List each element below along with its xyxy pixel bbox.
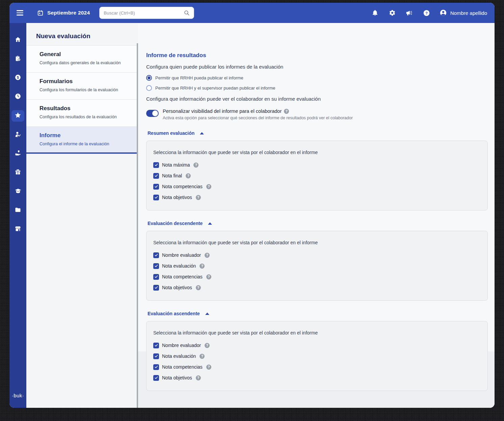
help-icon[interactable]: ? bbox=[205, 253, 210, 258]
chevron-up-icon[interactable] bbox=[205, 313, 209, 315]
gear-icon[interactable] bbox=[389, 9, 396, 17]
chevron-up-icon[interactable] bbox=[208, 222, 212, 225]
help-icon[interactable]: ? bbox=[200, 264, 205, 269]
step-description: Configura los resultados de la evaluació… bbox=[39, 115, 131, 119]
rail-item-payroll[interactable]: $ bbox=[11, 72, 24, 84]
rail-item-selection[interactable] bbox=[11, 129, 24, 141]
rail-item-time[interactable] bbox=[11, 91, 24, 103]
rail-item-talent[interactable] bbox=[11, 110, 24, 122]
help-icon[interactable]: ? bbox=[206, 184, 211, 189]
hand-heart-icon bbox=[15, 150, 21, 158]
rail-item-training[interactable] bbox=[11, 186, 24, 197]
calendar-icon bbox=[36, 9, 44, 17]
wizard-step-formularios[interactable]: FormulariosConfigura los formularios de … bbox=[26, 73, 137, 100]
help-icon[interactable]: ? bbox=[196, 195, 201, 200]
checkbox-row[interactable]: Nota final? bbox=[153, 170, 481, 181]
checkbox-checked-icon[interactable] bbox=[153, 285, 159, 291]
checkbox-label: Nota final bbox=[162, 173, 182, 178]
checkbox-row[interactable]: Nombre evaluador? bbox=[153, 250, 481, 261]
checkbox-row[interactable]: Nota evaluación? bbox=[153, 351, 481, 362]
help-icon[interactable]: ? bbox=[196, 375, 201, 380]
checkbox-row[interactable]: Nota evaluación? bbox=[153, 261, 481, 271]
publish-radio-option[interactable]: Permitir que RRHH y el supervisor puedan… bbox=[146, 85, 488, 91]
checkbox-row[interactable]: Nota competencias? bbox=[153, 362, 481, 372]
main-panel: Informe de resultados Configura quien pu… bbox=[138, 23, 495, 408]
megaphone-icon[interactable] bbox=[406, 9, 413, 17]
checkbox-row[interactable]: Nota objetivos? bbox=[153, 372, 481, 383]
rail-item-wellbeing[interactable] bbox=[11, 148, 24, 159]
visibility-question: Configura que información puede ver el c… bbox=[146, 96, 488, 102]
step-description: Configura los formularios de la evaluaci… bbox=[39, 88, 131, 92]
checkbox-row[interactable]: Nombre evaluador? bbox=[153, 340, 481, 351]
period-selector[interactable]: Septiembre 2024 bbox=[36, 9, 90, 17]
help-icon[interactable]: ? bbox=[193, 163, 198, 168]
radio-unselected-icon[interactable] bbox=[146, 85, 152, 91]
wizard-step-informe[interactable]: InformeConfigura el informe de la evalua… bbox=[26, 127, 137, 154]
rail-item-benefits[interactable] bbox=[11, 167, 24, 178]
help-icon[interactable]: ? bbox=[206, 274, 211, 279]
help-icon[interactable]: ? bbox=[206, 365, 211, 370]
svg-text:$: $ bbox=[17, 75, 19, 79]
checkbox-label: Nota objetivos bbox=[162, 195, 192, 200]
rail-item-evaluations[interactable] bbox=[11, 53, 24, 65]
buk-logo: ·buk· bbox=[9, 393, 26, 398]
hamburger-menu-icon[interactable] bbox=[17, 10, 23, 15]
checkbox-label: Nota evaluación bbox=[162, 263, 196, 269]
step-label: General bbox=[39, 51, 131, 58]
checkbox-row[interactable]: Nota competencias? bbox=[153, 181, 481, 192]
checkbox-label: Nota competencias bbox=[162, 364, 203, 370]
help-icon[interactable]: ? bbox=[196, 285, 201, 290]
checkbox-checked-icon[interactable] bbox=[153, 195, 159, 200]
wizard-step-general[interactable]: GeneralConfigura datos generales de la e… bbox=[26, 46, 137, 73]
checkbox-checked-icon[interactable] bbox=[153, 184, 159, 190]
rail-item-home[interactable] bbox=[11, 34, 24, 46]
page-title: Nueva evaluación bbox=[26, 23, 137, 45]
checkbox-checked-icon[interactable] bbox=[153, 375, 159, 381]
user-menu[interactable]: Nombre apellido bbox=[440, 9, 487, 17]
checkbox-checked-icon[interactable] bbox=[153, 173, 159, 179]
visibility-toggle[interactable] bbox=[146, 110, 159, 117]
checkbox-checked-icon[interactable] bbox=[153, 252, 159, 258]
help-icon[interactable]: ? bbox=[284, 109, 289, 114]
checkbox-row[interactable]: Nota máxima? bbox=[153, 159, 481, 170]
checkbox-checked-icon[interactable] bbox=[153, 274, 159, 280]
folder-icon bbox=[15, 206, 21, 215]
checkbox-checked-icon[interactable] bbox=[153, 162, 159, 168]
checkbox-checked-icon[interactable] bbox=[153, 263, 159, 269]
section-toggle-1[interactable]: Resumen evaluación bbox=[148, 130, 488, 136]
checkbox-label: Nombre evaluador bbox=[162, 252, 201, 258]
module-rail: $ ·buk· bbox=[9, 23, 26, 408]
radio-selected-icon[interactable] bbox=[146, 75, 152, 81]
wizard-sidebar: Nueva evaluación GeneralConfigura datos … bbox=[26, 23, 137, 408]
wizard-step-resultados[interactable]: ResultadosConfigura los resultados de la… bbox=[26, 100, 137, 127]
clock-icon bbox=[15, 93, 21, 101]
help-icon[interactable]: ? bbox=[186, 173, 191, 178]
checkbox-row[interactable]: Nota objetivos? bbox=[153, 192, 481, 203]
checkbox-row[interactable]: Nota competencias? bbox=[153, 271, 481, 282]
publish-radio-option[interactable]: Permitir que RRHH pueda publicar el info… bbox=[146, 75, 488, 81]
wizard-steps: GeneralConfigura datos generales de la e… bbox=[26, 45, 137, 154]
person-check-icon bbox=[15, 131, 21, 139]
checkbox-checked-icon[interactable] bbox=[153, 364, 159, 370]
bell-icon[interactable] bbox=[371, 9, 379, 17]
user-name: Nombre apellido bbox=[450, 10, 487, 16]
checkbox-checked-icon[interactable] bbox=[153, 353, 159, 359]
checkbox-row[interactable]: Nota objetivos? bbox=[153, 282, 481, 293]
help-icon[interactable]: ? bbox=[200, 354, 205, 359]
dollar-icon: $ bbox=[15, 74, 21, 82]
search-input[interactable] bbox=[104, 10, 183, 16]
help-icon[interactable]: ? bbox=[205, 343, 210, 348]
section-toggle-2[interactable]: Evaluación descendente bbox=[148, 221, 488, 226]
section-toggle-3[interactable]: Evaluación ascendente bbox=[148, 311, 488, 316]
chevron-up-icon[interactable] bbox=[200, 132, 204, 134]
visibility-toggle-row: Personalizar visibilidad del informe par… bbox=[146, 108, 488, 120]
search-icon bbox=[183, 9, 190, 17]
search-box[interactable] bbox=[99, 7, 194, 19]
help-icon[interactable]: ? bbox=[423, 9, 430, 17]
checkbox-checked-icon[interactable] bbox=[153, 343, 159, 348]
checkbox-label: Nota evaluación bbox=[162, 353, 196, 359]
rail-item-documents[interactable] bbox=[11, 205, 24, 216]
checkbox-label: Nota objetivos bbox=[162, 375, 192, 380]
rail-item-marketplace[interactable] bbox=[11, 224, 24, 235]
section-title: Resumen evaluación bbox=[148, 130, 194, 136]
